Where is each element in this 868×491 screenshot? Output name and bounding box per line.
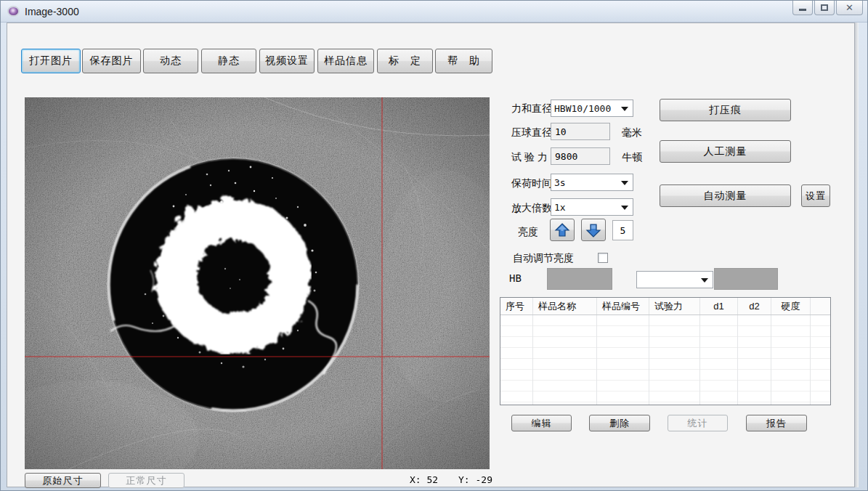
- calibration-button[interactable]: 标 定: [377, 49, 433, 73]
- test-force-input[interactable]: [551, 147, 610, 165]
- grid-line: [532, 315, 533, 405]
- app-window: { "window": { "title": "Image-3000", "ic…: [0, 0, 868, 491]
- brightness-up-button[interactable]: [550, 219, 575, 241]
- magnification-select[interactable]: 1x: [551, 198, 633, 216]
- auto-measure-label: 自动测量: [704, 190, 747, 203]
- static-button[interactable]: 静态: [201, 49, 256, 73]
- video-settings-label: 视频设置: [265, 54, 309, 68]
- manual-measure-label: 人工测量: [704, 145, 747, 158]
- grid-line: [699, 315, 700, 405]
- arrow-up-icon: [554, 222, 570, 238]
- sample-info-label: 样品信息: [324, 54, 368, 68]
- edit-button[interactable]: 编辑: [511, 415, 572, 431]
- auto-brightness-checkbox[interactable]: [598, 253, 608, 263]
- original-size-button[interactable]: 原始尺寸: [25, 473, 101, 488]
- auto-measure-button[interactable]: 自动测量: [660, 184, 791, 207]
- grid-line: [771, 315, 771, 405]
- chevron-down-icon: [621, 181, 628, 185]
- col-sample-number: 样品编号: [597, 298, 649, 315]
- manual-measure-button[interactable]: 人工测量: [660, 140, 791, 163]
- save-image-label: 保存图片: [90, 54, 134, 68]
- hardness-convert-select[interactable]: [636, 271, 713, 288]
- window-title: Image-3000: [25, 6, 79, 17]
- ball-diameter-input[interactable]: [551, 123, 610, 140]
- dynamic-label: 动态: [160, 54, 182, 68]
- titlebar[interactable]: Image-3000: [1, 1, 868, 23]
- hold-time-label: 保荷时间: [511, 177, 552, 190]
- grid-line: [737, 315, 738, 405]
- hardness-scale-label: HB: [509, 272, 522, 284]
- report-button[interactable]: 报告: [746, 415, 807, 431]
- help-label: 帮 助: [447, 54, 480, 68]
- save-image-button[interactable]: 保存图片: [82, 49, 141, 73]
- brightness-value-input[interactable]: [612, 220, 633, 240]
- force-diameter-select[interactable]: HBW10/1000: [551, 100, 633, 117]
- settings-button[interactable]: 设置: [801, 184, 830, 207]
- chevron-down-icon: [621, 107, 628, 111]
- grid-line: [596, 315, 597, 405]
- ball-diameter-label: 压球直径: [511, 126, 552, 139]
- col-d2: d2: [738, 298, 771, 315]
- delete-label: 删除: [609, 417, 630, 430]
- calibration-label: 标 定: [389, 54, 421, 68]
- chevron-down-icon: [621, 206, 628, 210]
- force-diameter-value: HBW10/1000: [554, 103, 611, 114]
- test-force-unit: 牛顿: [622, 151, 642, 164]
- maximize-icon: [821, 4, 828, 11]
- client-right-divider: [855, 23, 859, 487]
- microscope-image-viewport[interactable]: [25, 97, 490, 469]
- original-size-label: 原始尺寸: [43, 474, 84, 487]
- brightness-label: 亮度: [518, 226, 538, 239]
- delete-button[interactable]: 删除: [589, 415, 650, 431]
- settings-label: 设置: [806, 190, 826, 203]
- converted-result-box: [714, 268, 778, 290]
- make-indent-button[interactable]: 打压痕: [660, 99, 791, 121]
- test-force-label: 试 验 力: [511, 151, 548, 164]
- statistics-label: 统计: [688, 417, 708, 430]
- cursor-y-readout: Y: -29: [458, 474, 492, 485]
- col-d1: d1: [700, 298, 738, 315]
- app-logo-icon: [7, 6, 20, 17]
- results-table-header: 序号 样品名称 样品编号 试验力 d1 d2 硬度: [500, 298, 830, 315]
- col-test-force: 试验力: [649, 298, 700, 315]
- force-diameter-label: 力和直径: [511, 102, 552, 115]
- statistics-button: 统计: [668, 415, 728, 431]
- hold-time-value: 3s: [554, 177, 566, 188]
- close-icon: ✕: [845, 2, 853, 13]
- indentation: [108, 158, 358, 411]
- col-index: 序号: [500, 298, 533, 315]
- help-button[interactable]: 帮 助: [435, 49, 492, 73]
- static-label: 静态: [218, 54, 240, 68]
- minimize-button[interactable]: [792, 1, 813, 15]
- video-settings-button[interactable]: 视频设置: [259, 49, 315, 73]
- open-image-label: 打开图片: [29, 54, 73, 68]
- col-filler: [811, 298, 830, 315]
- make-indent-label: 打压痕: [709, 104, 742, 117]
- normal-size-button: 正常尺寸: [108, 473, 184, 488]
- grid-line: [649, 315, 649, 405]
- minimize-icon: [799, 9, 806, 11]
- magnification-label: 放大倍数: [511, 202, 552, 215]
- grid-line: [810, 315, 811, 405]
- sample-info-button[interactable]: 样品信息: [317, 49, 374, 73]
- arrow-down-icon: [585, 222, 601, 238]
- report-label: 报告: [766, 417, 787, 430]
- close-button[interactable]: ✕: [836, 1, 863, 15]
- microscope-image: [25, 97, 490, 469]
- hold-time-select[interactable]: 3s: [551, 174, 633, 191]
- hardness-result-box: [547, 268, 612, 290]
- maximize-button[interactable]: [814, 1, 835, 15]
- chevron-down-icon: [701, 278, 708, 283]
- open-image-button[interactable]: 打开图片: [21, 49, 81, 73]
- normal-size-label: 正常尺寸: [126, 474, 167, 487]
- dynamic-button[interactable]: 动态: [143, 49, 198, 73]
- edit-label: 编辑: [532, 417, 552, 430]
- brightness-down-button[interactable]: [581, 219, 606, 241]
- col-sample-name: 样品名称: [533, 298, 597, 315]
- magnification-value: 1x: [554, 202, 566, 213]
- col-hardness: 硬度: [771, 298, 811, 315]
- results-table-body[interactable]: [500, 315, 830, 405]
- auto-brightness-label: 自动调节亮度: [513, 252, 574, 265]
- results-table[interactable]: 序号 样品名称 样品编号 试验力 d1 d2 硬度: [500, 297, 831, 405]
- cursor-x-readout: X: 52: [410, 474, 438, 485]
